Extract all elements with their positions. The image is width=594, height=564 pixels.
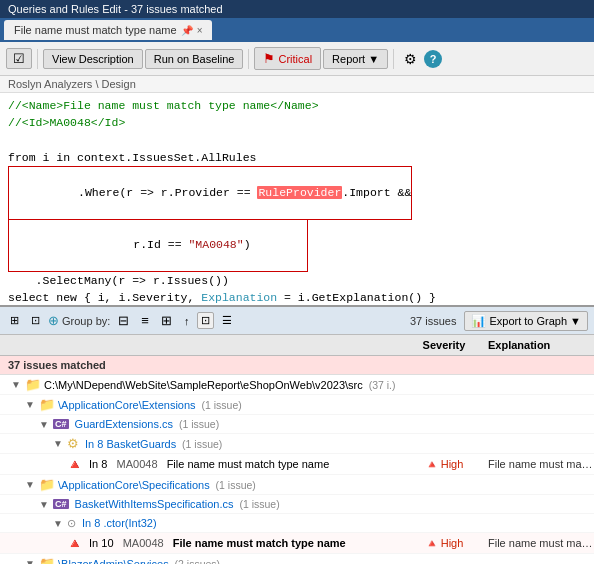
csharp-file-icon: C# [53, 499, 69, 509]
group-indent-btn[interactable]: ⊟ [114, 311, 133, 330]
results-toolbar: ⊞ ⊡ ⊕ Group by: ⊟ ≡ ⊞ ↑ ⊡ ☰ 37 issues 📊 … [0, 307, 594, 335]
folder-icon: 📁 [39, 397, 55, 412]
column-headers: Severity Explanation [0, 335, 594, 356]
tab-label: File name must match type name [14, 24, 177, 36]
issue-icon: 🔺 [66, 535, 83, 551]
table-row[interactable]: 🔺 In 8 MA0048 File name must match type … [0, 454, 594, 475]
list-item[interactable]: ▼ 📁 \ApplicationCore\Specifications (1 i… [0, 475, 594, 495]
list-item[interactable]: ▼ C# BasketWithItemsSpecification.cs (1 … [0, 495, 594, 514]
tree-area: 37 issues matched ▼ 📁 C:\My\NDepend\WebS… [0, 356, 594, 564]
active-tab[interactable]: File name must match type name 📌 × [4, 20, 212, 40]
checkbox-icon[interactable]: ☑ [6, 48, 32, 69]
list-item[interactable]: ▼ C# GuardExtensions.cs (1 issue) [0, 415, 594, 434]
title-text: Queries and Rules Edit - 37 issues match… [8, 3, 223, 15]
settings-btn[interactable]: ⚙ [399, 48, 422, 70]
list-item[interactable]: ▼ 📁 \ApplicationCore\Extensions (1 issue… [0, 395, 594, 415]
high-icon: 🔺 [425, 537, 439, 550]
list-item[interactable]: ▼ 📁 \BlazorAdmin\Services (2 issues) [0, 554, 594, 564]
breadcrumb: Roslyn Analyzers \ Design [0, 76, 594, 93]
folder-icon: 📁 [25, 377, 41, 392]
matched-header: 37 issues matched [0, 356, 594, 375]
layout-btn-1[interactable]: ⊞ [6, 312, 23, 329]
report-dropdown-icon: ▼ [368, 53, 379, 65]
export-to-graph-btn[interactable]: 📊 Export to Graph ▼ [464, 311, 588, 331]
view-description-btn[interactable]: View Description [43, 49, 143, 69]
view-toggle-2[interactable]: ☰ [218, 312, 236, 329]
export-icon: 📊 [471, 314, 486, 328]
explanation-header: Explanation [484, 337, 594, 353]
code-area: //<Name>File name must match type name</… [0, 93, 594, 307]
export-dropdown-icon: ▼ [570, 315, 581, 327]
group-icon: ⊕ [48, 313, 59, 328]
critical-btn[interactable]: ⚑ Critical [254, 47, 321, 70]
severity-badge: 🔺 High [425, 458, 464, 471]
severity-header: Severity [404, 337, 484, 353]
layout-btn-2[interactable]: ⊡ [27, 312, 44, 329]
critical-icon: ⚑ [263, 51, 275, 66]
toolbar: ☑ View Description Run on Baseline ⚑ Cri… [0, 42, 594, 76]
toolbar-separator-2 [248, 49, 249, 69]
tab-pin-icon: 📌 [181, 25, 193, 36]
tab-bar: File name must match type name 📌 × [0, 18, 594, 42]
folder-icon: 📁 [39, 556, 55, 564]
results-panel: ⊞ ⊡ ⊕ Group by: ⊟ ≡ ⊞ ↑ ⊡ ☰ 37 issues 📊 … [0, 307, 594, 564]
toolbar-separator-3 [393, 49, 394, 69]
report-btn[interactable]: Report ▼ [323, 49, 388, 69]
ctor-icon: ⊙ [67, 517, 76, 530]
group-tree-btn[interactable]: ⊞ [157, 311, 176, 330]
folder-icon: 📁 [39, 477, 55, 492]
sort-asc-btn[interactable]: ↑ [180, 313, 194, 329]
csharp-file-icon: C# [53, 419, 69, 429]
list-item[interactable]: ▼ ⚙ In 8 BasketGuards (1 issue) [0, 434, 594, 454]
tab-close-btn[interactable]: × [197, 25, 203, 36]
toolbar-separator-1 [37, 49, 38, 69]
help-btn[interactable]: ? [424, 50, 442, 68]
table-row[interactable]: 🔺 In 10 MA0048 File name must match type… [0, 533, 594, 554]
severity-badge: 🔺 High [425, 537, 464, 550]
high-icon: 🔺 [425, 458, 439, 471]
run-baseline-btn[interactable]: Run on Baseline [145, 49, 244, 69]
results-count: 37 issues [410, 315, 456, 327]
group-by-label: ⊕ Group by: [48, 313, 110, 328]
issue-icon: 🔺 [66, 456, 83, 472]
view-toggle-1[interactable]: ⊡ [197, 312, 214, 329]
tree-root[interactable]: ▼ 📁 C:\My\NDepend\WebSite\SampleReport\e… [0, 375, 594, 395]
title-bar: Queries and Rules Edit - 37 issues match… [0, 0, 594, 18]
method-icon: ⚙ [67, 436, 79, 451]
list-item[interactable]: ▼ ⊙ In 8 .ctor(Int32) [0, 514, 594, 533]
group-list-btn[interactable]: ≡ [137, 311, 153, 330]
